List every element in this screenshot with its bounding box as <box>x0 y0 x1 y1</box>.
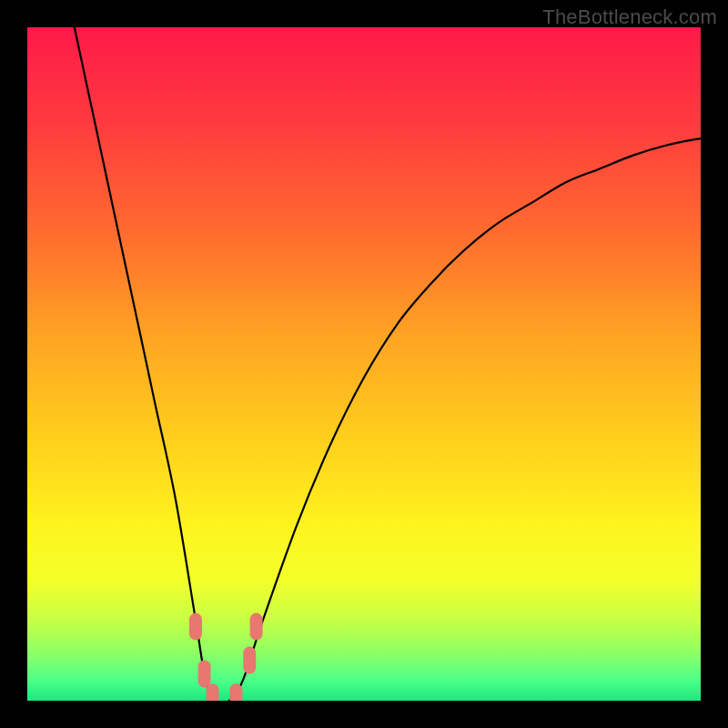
plot-area <box>27 27 701 701</box>
highlight-marker <box>198 660 211 687</box>
chart-frame: TheBottleneck.com <box>0 0 728 728</box>
highlight-marker <box>250 613 263 641</box>
highlight-marker <box>207 683 219 701</box>
watermark-text: TheBottleneck.com <box>542 5 717 29</box>
highlight-marker <box>189 613 202 641</box>
highlight-marker <box>243 647 256 674</box>
highlight-marker <box>229 683 242 701</box>
bottleneck-curve <box>27 27 701 701</box>
